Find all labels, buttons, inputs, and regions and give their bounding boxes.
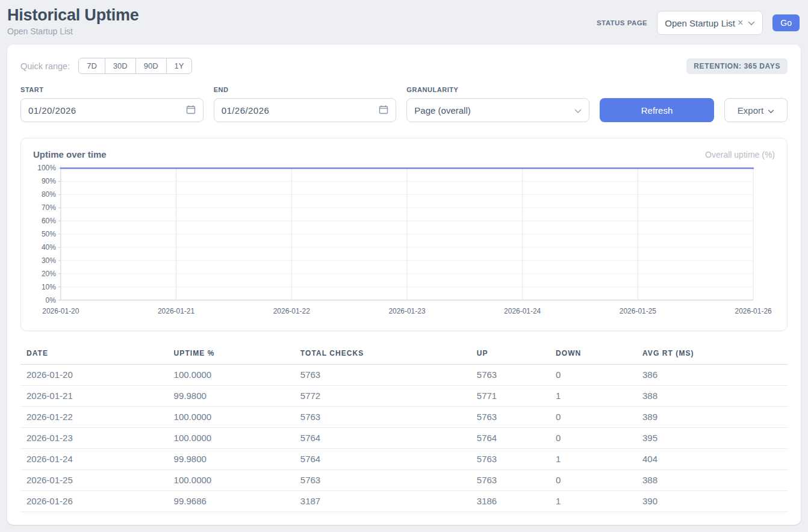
table-cell: 99.9686 xyxy=(168,491,294,512)
svg-text:50%: 50% xyxy=(42,230,56,238)
calendar-icon[interactable] xyxy=(379,105,388,116)
table-header-row: DATE UPTIME % TOTAL CHECKS UP DOWN AVG R… xyxy=(20,345,788,365)
svg-text:2026-01-22: 2026-01-22 xyxy=(273,307,310,315)
svg-text:80%: 80% xyxy=(42,190,56,199)
start-date-input[interactable]: 01/20/2026 xyxy=(20,98,204,122)
svg-text:70%: 70% xyxy=(42,203,56,212)
svg-text:2026-01-21: 2026-01-21 xyxy=(158,307,194,315)
uptime-table: DATE UPTIME % TOTAL CHECKS UP DOWN AVG R… xyxy=(20,345,788,512)
table-cell: 5771 xyxy=(471,386,550,407)
col-header-up: UP xyxy=(471,345,550,365)
table-cell: 100.0000 xyxy=(168,407,294,428)
svg-text:90%: 90% xyxy=(42,177,56,185)
start-date-value: 01/20/2026 xyxy=(28,105,76,116)
col-header-uptime: UPTIME % xyxy=(168,345,294,365)
svg-text:2026-01-24: 2026-01-24 xyxy=(504,307,541,315)
granularity-select[interactable]: Page (overall) xyxy=(406,98,589,122)
table-cell: 2026-01-25 xyxy=(20,470,168,491)
svg-text:10%: 10% xyxy=(42,283,56,291)
table-cell: 99.9800 xyxy=(168,449,294,470)
table-cell: 0 xyxy=(550,365,636,386)
table-cell: 2026-01-22 xyxy=(20,407,168,428)
svg-text:60%: 60% xyxy=(42,217,56,225)
svg-text:20%: 20% xyxy=(42,270,56,278)
svg-text:2026-01-26: 2026-01-26 xyxy=(735,307,772,315)
table-cell: 2026-01-20 xyxy=(20,365,168,386)
table-cell: 3186 xyxy=(471,491,550,512)
granularity-label: GRANULARITY xyxy=(406,86,589,93)
export-button[interactable]: Export xyxy=(724,98,788,122)
quick-range-30d-button[interactable]: 30D xyxy=(105,58,136,74)
quick-range-90d-button[interactable]: 90D xyxy=(135,58,167,74)
refresh-button[interactable]: Refresh xyxy=(600,98,714,122)
chevron-down-icon xyxy=(574,105,582,116)
granularity-field-group: GRANULARITY Page (overall) xyxy=(406,86,589,122)
table-cell: 3187 xyxy=(294,491,471,512)
main-panel: Quick range: 7D 30D 90D 1Y RETENTION: 36… xyxy=(7,45,801,525)
page-header: Historical Uptime Open Startup List STAT… xyxy=(0,0,808,36)
svg-text:2026-01-25: 2026-01-25 xyxy=(620,307,656,315)
table-cell: 5763 xyxy=(294,365,471,386)
clear-selection-icon[interactable]: × xyxy=(738,18,743,28)
table-cell: 100.0000 xyxy=(168,365,294,386)
table-cell: 100.0000 xyxy=(168,470,294,491)
table-cell: 404 xyxy=(636,449,788,470)
chart-svg: 0%10%20%30%40%50%60%70%80%90%100%2026-01… xyxy=(33,162,775,323)
end-date-field-group: END 01/26/2026 xyxy=(214,86,397,122)
chevron-down-icon xyxy=(768,105,774,116)
status-page-label: STATUS PAGE xyxy=(597,19,647,26)
table-row: 2026-01-20100.0000576357630386 xyxy=(20,365,788,386)
title-block: Historical Uptime Open Startup List xyxy=(7,6,139,36)
end-date-input[interactable]: 01/26/2026 xyxy=(214,98,397,122)
start-date-field-group: START 01/20/2026 xyxy=(20,86,204,122)
filter-form-row: START 01/20/2026 END 01/26/2026 GRANULAR… xyxy=(20,86,788,122)
table-cell: 1 xyxy=(550,386,636,407)
go-button[interactable]: Go xyxy=(772,14,800,31)
table-cell: 0 xyxy=(550,407,636,428)
table-cell: 0 xyxy=(550,470,636,491)
table-cell: 2026-01-23 xyxy=(20,428,168,449)
status-page-select[interactable]: Open Startup List × xyxy=(657,11,763,35)
chevron-down-icon xyxy=(748,17,755,28)
table-cell: 390 xyxy=(636,491,788,512)
quick-range-buttons: 7D 30D 90D 1Y xyxy=(78,58,192,74)
page-title: Historical Uptime xyxy=(7,6,139,25)
quick-range-label: Quick range: xyxy=(20,61,70,71)
svg-text:40%: 40% xyxy=(42,243,56,252)
table-cell: 395 xyxy=(636,428,788,449)
svg-text:2026-01-23: 2026-01-23 xyxy=(388,307,425,315)
header-right: STATUS PAGE Open Startup List × Go xyxy=(597,11,800,35)
table-cell: 5764 xyxy=(294,428,471,449)
table-row: 2026-01-25100.0000576357630388 xyxy=(20,470,788,491)
table-cell: 1 xyxy=(550,491,636,512)
quick-range-7d-button[interactable]: 7D xyxy=(78,58,105,74)
table-cell: 5764 xyxy=(471,428,550,449)
table-cell: 5763 xyxy=(471,449,550,470)
quick-range-1y-button[interactable]: 1Y xyxy=(166,58,193,74)
table-cell: 389 xyxy=(636,407,788,428)
uptime-chart-card: Uptime over time Overall uptime (%) 0%10… xyxy=(20,138,788,331)
table-cell: 5763 xyxy=(471,365,550,386)
end-date-value: 01/26/2026 xyxy=(222,105,270,116)
chart-legend-label: Overall uptime (%) xyxy=(705,150,775,159)
table-cell: 0 xyxy=(550,428,636,449)
svg-text:2026-01-20: 2026-01-20 xyxy=(42,307,79,315)
chart-header: Uptime over time Overall uptime (%) xyxy=(33,149,775,159)
page-subtitle: Open Startup List xyxy=(7,26,139,36)
table-row: 2026-01-2499.9800576457631404 xyxy=(20,449,788,470)
table-cell: 5764 xyxy=(294,449,471,470)
start-date-label: START xyxy=(20,86,204,93)
col-header-date: DATE xyxy=(20,345,168,365)
svg-text:0%: 0% xyxy=(46,296,57,305)
table-cell: 388 xyxy=(636,470,788,491)
table-cell: 100.0000 xyxy=(168,428,294,449)
calendar-icon[interactable] xyxy=(186,105,196,116)
svg-text:30%: 30% xyxy=(42,256,56,265)
table-cell: 2026-01-24 xyxy=(20,449,168,470)
table-cell: 386 xyxy=(636,365,788,386)
table-cell: 2026-01-21 xyxy=(20,386,168,407)
col-header-total-checks: TOTAL CHECKS xyxy=(294,345,471,365)
uptime-line-chart: 0%10%20%30%40%50%60%70%80%90%100%2026-01… xyxy=(33,162,775,323)
table-cell: 388 xyxy=(636,386,788,407)
table-cell: 5763 xyxy=(471,407,550,428)
